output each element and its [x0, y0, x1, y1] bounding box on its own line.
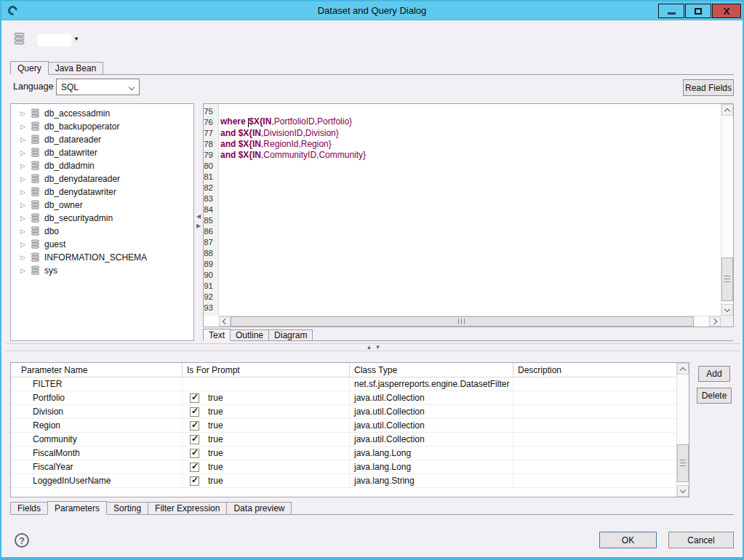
- table-row-division[interactable]: Division✓truejava.util.Collection: [11, 405, 676, 419]
- prompt-checkbox[interactable]: ✓: [190, 476, 199, 486]
- editor-code-text[interactable]: and $X{IN,CommunityID,Community}: [216, 150, 366, 160]
- tree-item-db-datareader[interactable]: ▷ db_datareader: [11, 133, 193, 146]
- prompt-checkbox[interactable]: ✓: [190, 463, 199, 472]
- expand-arrow-icon[interactable]: ▷: [20, 110, 31, 117]
- expand-arrow-icon[interactable]: ▷: [20, 228, 31, 235]
- check-icon: ✓: [191, 406, 199, 416]
- table-row-portfolio[interactable]: Portfolio✓truejava.util.Collection: [11, 391, 676, 405]
- expand-arrow-icon[interactable]: ▷: [20, 267, 31, 274]
- scroll-down-button[interactable]: [677, 485, 689, 497]
- scroll-up-button[interactable]: [677, 363, 689, 375]
- table-row-community[interactable]: Community✓truejava.util.Collection: [11, 433, 676, 447]
- table-vertical-scrollbar[interactable]: [676, 363, 689, 497]
- is-for-prompt-cell: ✓true: [183, 391, 350, 404]
- dataset-selector[interactable]: [38, 34, 71, 47]
- tree-item-information-schema[interactable]: ▷ INFORMATION_SCHEMA: [11, 251, 193, 264]
- table-row-region[interactable]: Region✓truejava.util.Collection: [11, 419, 676, 433]
- sql-keyword: $X{IN: [239, 150, 261, 160]
- maximize-icon: [695, 8, 702, 15]
- prompt-checkbox[interactable]: ✓: [190, 435, 199, 444]
- table-row-fiscalyear[interactable]: FiscalYear✓truejava.lang.Long: [11, 460, 676, 474]
- editor-vertical-scrollbar[interactable]: [721, 104, 733, 316]
- check-icon: ✓: [191, 475, 199, 485]
- prompt-checkbox[interactable]: ✓: [190, 393, 199, 403]
- editor-tab-diagram[interactable]: Diagram: [268, 329, 313, 340]
- collapse-down-icon[interactable]: ▼: [375, 344, 381, 351]
- scroll-left-button[interactable]: [219, 316, 231, 327]
- column-header-description[interactable]: Description: [513, 363, 676, 377]
- vertical-scroll-thumb[interactable]: [721, 257, 733, 301]
- tree-item-db-backupoperator[interactable]: ▷ db_backupoperator: [11, 120, 193, 133]
- editor-horizontal-scrollbar[interactable]: [219, 316, 721, 327]
- sql-editor[interactable]: 7576where $X{IN,PortfolioID,Portfolio}77…: [204, 105, 721, 316]
- collapse-right-icon[interactable]: ▶: [196, 221, 201, 231]
- expand-arrow-icon[interactable]: ▷: [20, 175, 31, 183]
- section-tab-data-preview[interactable]: Data preview: [226, 502, 292, 514]
- column-header-class-type[interactable]: Class Type: [350, 363, 513, 377]
- tree-item-sys[interactable]: ▷ sys: [11, 264, 193, 277]
- is-for-prompt-cell: ✓true: [183, 447, 350, 460]
- editor-tab-text[interactable]: Text: [203, 329, 231, 341]
- expand-arrow-icon[interactable]: ▷: [20, 254, 31, 261]
- panel-splitter[interactable]: ◀ ▶: [195, 212, 202, 231]
- table-row-loggedinusername[interactable]: LoggedInUserName✓truejava.lang.String: [11, 474, 676, 488]
- database-icon: [31, 108, 40, 119]
- tree-item-db-securityadmin[interactable]: ▷ db_securityadmin: [11, 212, 193, 225]
- tree-item-db-owner[interactable]: ▷ db_owner: [11, 199, 193, 212]
- line-number: 75: [204, 107, 216, 116]
- section-tab-parameters[interactable]: Parameters: [47, 501, 107, 515]
- column-header-is-for-prompt[interactable]: Is For Prompt: [183, 363, 350, 377]
- scroll-down-button[interactable]: [721, 304, 733, 316]
- expand-arrow-icon[interactable]: ▷: [20, 149, 31, 156]
- cancel-button[interactable]: Cancel: [668, 532, 734, 548]
- table-row-fiscalmonth[interactable]: FiscalMonth✓truejava.lang.Long: [11, 447, 676, 460]
- vertical-scroll-thumb[interactable]: [677, 444, 689, 482]
- expand-arrow-icon[interactable]: ▷: [20, 188, 31, 196]
- tree-item-db-denydatawriter[interactable]: ▷ db_denydatawriter: [11, 185, 193, 199]
- tree-item-db-accessadmin[interactable]: ▷ db_accessadmin: [11, 107, 193, 120]
- tree-item-db-ddladmin[interactable]: ▷ db_ddladmin: [11, 159, 193, 172]
- maximize-button[interactable]: [685, 4, 711, 18]
- line-number: 79: [204, 151, 216, 159]
- tab-query[interactable]: Query: [10, 61, 49, 75]
- prompt-checkbox[interactable]: ✓: [190, 421, 199, 431]
- database-icon: [31, 226, 40, 236]
- column-header-parameter-name[interactable]: Parameter Name: [11, 363, 183, 377]
- tab-java-bean[interactable]: Java Bean: [48, 62, 104, 74]
- editor-tab-outline[interactable]: Outline: [230, 329, 269, 340]
- section-splitter[interactable]: ▲ ▼: [6, 343, 741, 351]
- add-button[interactable]: Add: [698, 366, 730, 382]
- scroll-up-button[interactable]: [721, 104, 733, 116]
- section-tab-sorting[interactable]: Sorting: [106, 502, 148, 514]
- tree-item-db-datawriter[interactable]: ▷ db_datawriter: [11, 146, 193, 159]
- dataset-dropdown-icon[interactable]: ▼: [73, 36, 79, 42]
- expand-arrow-icon[interactable]: ▷: [20, 136, 31, 143]
- expand-arrow-icon[interactable]: ▷: [20, 241, 31, 248]
- expand-arrow-icon[interactable]: ▷: [20, 162, 31, 169]
- collapse-left-icon[interactable]: ◀: [196, 212, 201, 221]
- tree-item-guest[interactable]: ▷ guest: [11, 238, 193, 251]
- close-button[interactable]: X: [712, 4, 741, 18]
- delete-button[interactable]: Delete: [697, 388, 732, 404]
- prompt-checkbox[interactable]: ✓: [190, 449, 199, 458]
- section-tab-filter-expression[interactable]: Filter Expression: [148, 502, 227, 514]
- prompt-checkbox[interactable]: ✓: [190, 407, 199, 417]
- horizontal-scroll-thumb[interactable]: [231, 316, 694, 327]
- tree-item-dbo[interactable]: ▷ dbo: [11, 225, 193, 238]
- help-button[interactable]: ?: [15, 533, 29, 548]
- minimize-button[interactable]: [658, 4, 684, 18]
- editor-code-text[interactable]: where $X{IN,PortfolioID,Portfolio}: [216, 116, 352, 127]
- expand-arrow-icon[interactable]: ▷: [20, 215, 31, 222]
- read-fields-button[interactable]: Read Fields: [683, 79, 734, 96]
- expand-arrow-icon[interactable]: ▷: [20, 123, 31, 130]
- ok-button[interactable]: OK: [599, 532, 657, 548]
- expand-arrow-icon[interactable]: ▷: [20, 201, 31, 209]
- editor-code-text[interactable]: and $X{IN,RegionId,Region}: [216, 139, 332, 149]
- tree-item-db-denydatareader[interactable]: ▷ db_denydatareader: [11, 172, 193, 185]
- language-select[interactable]: SQL: [56, 79, 140, 95]
- table-row-filter[interactable]: FILTERnet.sf.jasperreports.engine.Datase…: [11, 377, 676, 391]
- scroll-right-button[interactable]: [709, 316, 721, 327]
- editor-code-text[interactable]: and $X{IN,DivisionID,Division}: [216, 128, 339, 138]
- section-tab-fields[interactable]: Fields: [10, 502, 48, 514]
- collapse-up-icon[interactable]: ▲: [367, 344, 372, 351]
